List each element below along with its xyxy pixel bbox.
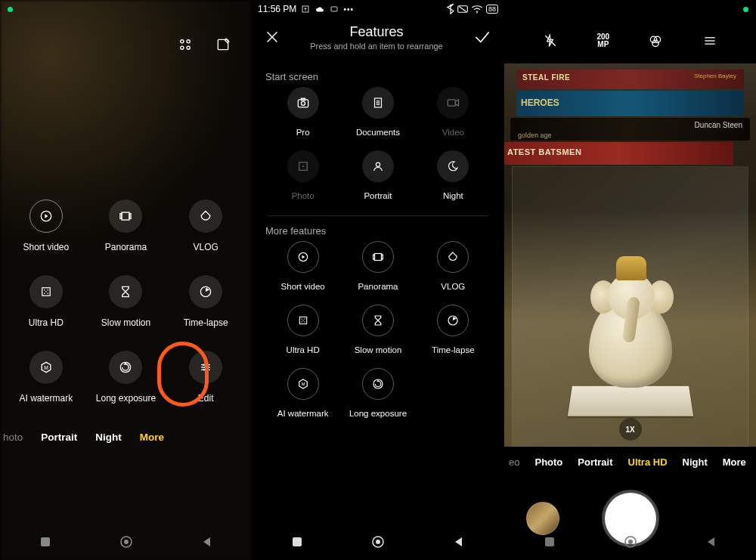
book-spine-text: Stephen Bayley — [694, 73, 736, 79]
resolution-indicator[interactable]: 200 MP — [597, 33, 610, 48]
item-ai-watermark[interactable]: MAI watermark — [265, 368, 340, 418]
modes-grid-icon[interactable] — [178, 37, 193, 52]
confirm-check-icon[interactable] — [472, 27, 492, 47]
svg-rect-32 — [331, 7, 337, 11]
svg-point-2 — [181, 46, 184, 49]
feature-slow-motion[interactable]: Slow motion — [86, 275, 166, 328]
hamburger-menu-icon[interactable] — [702, 33, 717, 48]
camera-mode-strip[interactable]: eo Photo Portrait Ultra HD Night More — [504, 447, 756, 477]
screenshot-more-modes: Short video Panorama VLOG Ultra HD Slow … — [0, 0, 252, 560]
label: VLOG — [441, 282, 465, 291]
feature-vlog[interactable]: VLOG — [166, 200, 246, 252]
camera-viewfinder[interactable]: STEAL FIRE Stephen Bayley HEROES Duncan … — [504, 63, 756, 447]
bluetooth-icon — [447, 4, 454, 14]
item-slow-motion[interactable]: Slow motion — [340, 305, 415, 354]
feature-ultra-hd[interactable]: Ultra HD — [6, 275, 86, 328]
status-bar: 11:56 PM ••• 88 — [252, 0, 504, 18]
more-features-grid: Short video Panorama VLOG Ultra HD Slow … — [0, 200, 252, 404]
item-time-lapse[interactable]: Time-lapse — [416, 305, 491, 354]
camera-mode-strip[interactable]: hoto Portrait Night More — [0, 422, 252, 452]
flash-off-icon[interactable] — [543, 33, 558, 48]
nav-recent-icon[interactable] — [39, 536, 51, 548]
mode-ultra-hd[interactable]: Ultra HD — [628, 456, 668, 468]
nav-back-icon[interactable] — [705, 536, 717, 548]
svg-rect-75 — [545, 537, 554, 546]
svg-point-46 — [302, 166, 304, 167]
feature-edit[interactable]: Edit — [166, 351, 246, 404]
filters-icon[interactable] — [648, 33, 663, 48]
label: Pro — [296, 128, 310, 137]
item-night[interactable]: Night — [416, 150, 491, 200]
svg-point-15 — [45, 291, 47, 292]
nav-back-icon[interactable] — [453, 536, 465, 548]
svg-point-11 — [44, 289, 45, 291]
wifi-icon — [471, 5, 483, 14]
item-portrait[interactable]: Portrait — [340, 150, 415, 200]
status-bar — [0, 0, 252, 18]
svg-rect-64 — [293, 537, 302, 546]
item-panorama[interactable]: Panorama — [340, 241, 415, 291]
recording-indicator-dot — [743, 7, 748, 12]
nav-recent-icon[interactable] — [544, 536, 556, 548]
mode-night[interactable]: Night — [95, 432, 122, 443]
status-more-icon: ••• — [343, 5, 354, 14]
label: Panorama — [358, 282, 398, 291]
mode-photo[interactable]: Photo — [534, 456, 562, 468]
nav-home-icon[interactable] — [624, 535, 637, 549]
mode-night[interactable]: Night — [683, 456, 708, 468]
item-vlog[interactable]: VLOG — [416, 241, 491, 291]
item-ultra-hd[interactable]: Ultra HD — [265, 305, 340, 354]
android-nav-bar — [0, 524, 252, 560]
feature-long-exposure[interactable]: Long exposure — [86, 351, 166, 404]
svg-text:M: M — [44, 365, 48, 370]
start-screen-grid: Pro Documents Video Photo Portrait Night — [265, 87, 491, 200]
svg-point-56 — [301, 321, 302, 322]
nav-home-icon[interactable] — [371, 535, 385, 549]
nav-recent-icon[interactable] — [291, 536, 303, 548]
feature-time-lapse[interactable]: Time-lapse — [166, 275, 246, 328]
book-spine-text: STEAL FIRE — [522, 73, 570, 82]
svg-point-38 — [301, 101, 305, 105]
camera-top-toolbar: 200 MP — [504, 18, 756, 63]
mode-portrait[interactable]: Portrait — [41, 432, 77, 443]
label: Slow motion — [101, 317, 150, 328]
svg-rect-27 — [41, 537, 50, 546]
page-subtitle: Press and hold an item to rearrange — [310, 42, 443, 51]
item-video[interactable]: Video — [416, 87, 491, 137]
book-spine-text: golden age — [518, 131, 552, 139]
zoom-level-badge[interactable]: 1X — [619, 418, 642, 441]
svg-marker-63 — [376, 379, 380, 382]
mode-video-partial[interactable]: eo — [509, 456, 519, 468]
mode-more[interactable]: More — [723, 456, 746, 468]
svg-point-1 — [187, 40, 190, 43]
item-long-exposure[interactable]: Long exposure — [340, 368, 415, 418]
svg-marker-30 — [203, 537, 210, 546]
svg-point-77 — [628, 540, 633, 544]
svg-point-58 — [302, 320, 303, 320]
item-photo[interactable]: Photo — [265, 150, 340, 200]
android-nav-bar — [504, 524, 756, 560]
feature-panorama[interactable]: Panorama — [86, 200, 166, 252]
divider — [268, 215, 488, 216]
mode-more[interactable]: More — [140, 432, 164, 443]
mode-portrait[interactable]: Portrait — [578, 456, 612, 468]
close-icon[interactable] — [264, 29, 280, 45]
feature-short-video[interactable]: Short video — [6, 200, 86, 252]
nav-back-icon[interactable] — [201, 536, 213, 548]
label: VLOG — [193, 242, 218, 252]
item-pro[interactable]: Pro — [265, 87, 340, 137]
section-start-screen: Start screen — [265, 71, 491, 82]
label: Long exposure — [349, 409, 407, 418]
mode-photo-partial[interactable]: hoto — [3, 432, 23, 443]
svg-point-12 — [47, 289, 48, 291]
nav-home-icon[interactable] — [119, 535, 133, 549]
status-time: 11:56 PM — [258, 4, 296, 14]
svg-marker-78 — [708, 537, 714, 546]
svg-point-66 — [376, 540, 380, 544]
svg-marker-6 — [45, 214, 48, 218]
feature-ai-watermark[interactable]: M AI watermark — [6, 351, 86, 404]
compose-icon[interactable] — [215, 37, 231, 52]
item-documents[interactable]: Documents — [340, 87, 415, 137]
item-short-video[interactable]: Short video — [265, 241, 340, 291]
label: Time-lapse — [184, 317, 228, 328]
